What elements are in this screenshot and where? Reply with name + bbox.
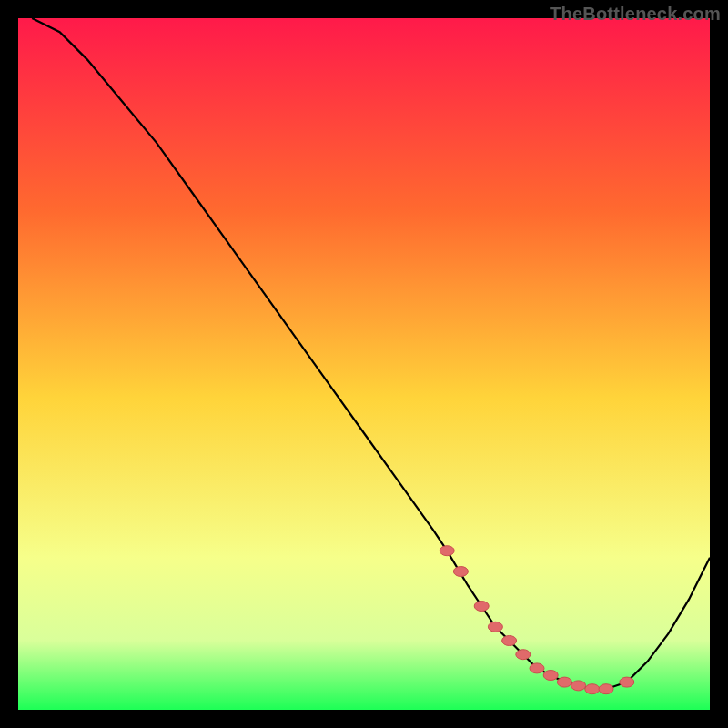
- marker-dot: [599, 684, 613, 694]
- marker-dot: [571, 681, 586, 691]
- marker-dot: [440, 546, 454, 556]
- marker-dot: [488, 622, 502, 632]
- marker-dot: [557, 677, 571, 687]
- watermark-text: TheBottleneck.com: [550, 4, 721, 25]
- chart-svg: [18, 18, 710, 710]
- marker-dot: [453, 567, 468, 577]
- gradient-background: [18, 18, 710, 710]
- marker-dot: [530, 663, 544, 673]
- marker-dot: [543, 671, 558, 681]
- marker-dot: [585, 684, 600, 694]
- marker-dot: [502, 636, 517, 646]
- chart-frame: TheBottleneck.com: [0, 0, 728, 728]
- marker-dot: [516, 650, 531, 660]
- plot-area: [18, 18, 710, 710]
- marker-dot: [474, 602, 489, 612]
- marker-dot: [620, 677, 634, 687]
